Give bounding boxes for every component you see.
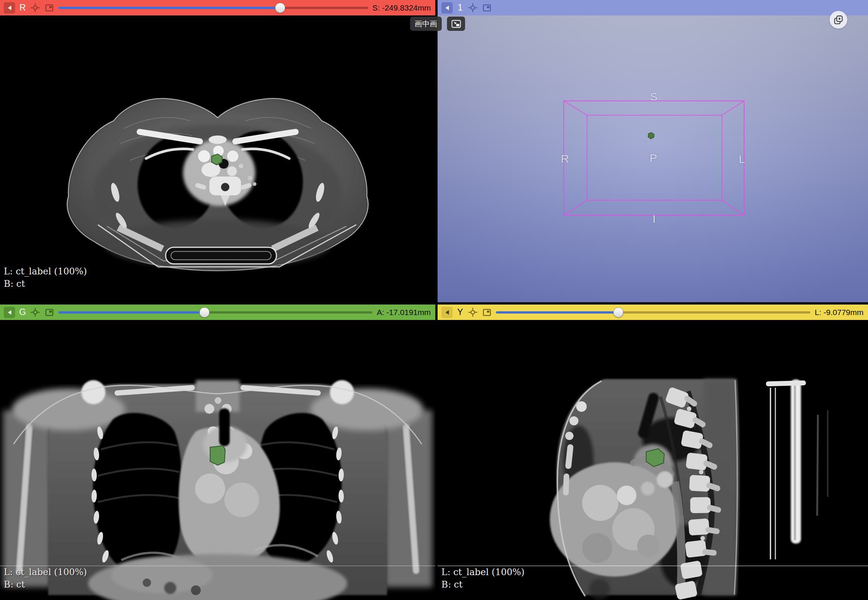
trachea — [219, 408, 230, 446]
pin-toggle-button[interactable] — [441, 2, 453, 14]
coronal-slice-content[interactable]: L: ct_label (100%) B: ct — [0, 320, 435, 600]
view-grid: R S: -249.8324mm — [0, 0, 868, 600]
yellow-slice-controller: Y L: -9.0779mm — [438, 305, 868, 320]
layout-icon[interactable] — [44, 308, 54, 317]
pin-arrow-icon — [445, 310, 449, 315]
slider-fill — [58, 7, 280, 9]
crosshair-icon[interactable] — [30, 3, 40, 13]
orientation-superior: S — [650, 90, 657, 103]
view-letter: Y — [457, 307, 464, 317]
slider-fill — [58, 311, 204, 314]
crosshair-icon[interactable] — [468, 3, 478, 13]
coronal-body — [3, 380, 432, 600]
overlapping-windows-plus-icon — [833, 15, 844, 25]
duplicate-view-button[interactable] — [830, 11, 847, 29]
red-slice-controller: R S: -249.8324mm — [0, 0, 435, 15]
sagittal-ct-image[interactable] — [438, 320, 868, 600]
layout-icon[interactable] — [482, 308, 492, 317]
orientation-right: R — [561, 152, 569, 165]
pin-arrow-icon — [445, 6, 449, 10]
pip-icon — [451, 19, 461, 29]
threed-view: 1 — [438, 0, 868, 302]
axial-ct-image[interactable] — [0, 15, 435, 302]
crosshair-icon[interactable] — [468, 307, 478, 317]
pip-tooltip: 画中画 — [410, 17, 465, 31]
slice-intersection-line — [438, 565, 868, 566]
pin-arrow-icon — [8, 6, 11, 10]
pin-toggle-button[interactable] — [441, 307, 453, 318]
layout-icon[interactable] — [482, 3, 492, 13]
view-letter: R — [19, 3, 26, 13]
segmentation-axial — [212, 154, 222, 165]
slider-fill — [496, 311, 618, 314]
pin-toggle-button[interactable] — [4, 307, 15, 318]
pip-tooltip-label: 画中画 — [410, 17, 442, 31]
slice-intersection-line — [0, 565, 435, 566]
slider-handle[interactable] — [275, 3, 285, 13]
orientation-inferior: I — [653, 213, 656, 225]
green-slice-controller: G A: -17.0191mm — [0, 305, 435, 320]
slice-offset-value: A: -17.0191mm — [377, 308, 432, 317]
slider-handle[interactable] — [200, 307, 210, 317]
view-letter: G — [19, 307, 26, 317]
slider-handle[interactable] — [613, 307, 623, 317]
threed-view-controller: 1 — [438, 0, 868, 15]
pin-toggle-button[interactable] — [4, 2, 15, 14]
slice-offset-slider[interactable] — [58, 305, 372, 320]
slice-offset-value: L: -9.0779mm — [815, 308, 864, 317]
sagittal-slice-content[interactable]: L: ct_label (100%) B: ct — [438, 320, 868, 600]
green-slice-view: G A: -17.0191mm — [0, 305, 435, 600]
slice-offset-slider[interactable] — [58, 0, 368, 15]
slice-offset-value: S: -249.8324mm — [372, 3, 432, 12]
slicer-four-up-viewport: R S: -249.8324mm — [0, 0, 868, 600]
crosshair-icon[interactable] — [30, 307, 40, 317]
threed-scene[interactable]: S I R L P — [438, 15, 868, 302]
yellow-slice-view: Y L: -9.0779mm — [438, 305, 868, 600]
pin-arrow-icon — [8, 310, 11, 315]
axial-slice-content[interactable]: L: ct_label (100%) B: ct — [0, 15, 435, 302]
red-slice-view: R S: -249.8324mm — [0, 0, 435, 302]
orientation-posterior: P — [650, 152, 657, 164]
coronal-ct-image[interactable] — [0, 320, 435, 600]
slice-offset-slider[interactable] — [496, 305, 810, 320]
orientation-left: L — [739, 153, 745, 166]
segmentation-coronal — [210, 446, 225, 465]
pip-button[interactable] — [447, 17, 465, 31]
view-letter: 1 — [457, 3, 464, 13]
axial-body — [67, 99, 368, 271]
layout-icon[interactable] — [44, 3, 54, 13]
sagittal-body — [550, 379, 739, 600]
segmentation-3d — [648, 132, 654, 139]
